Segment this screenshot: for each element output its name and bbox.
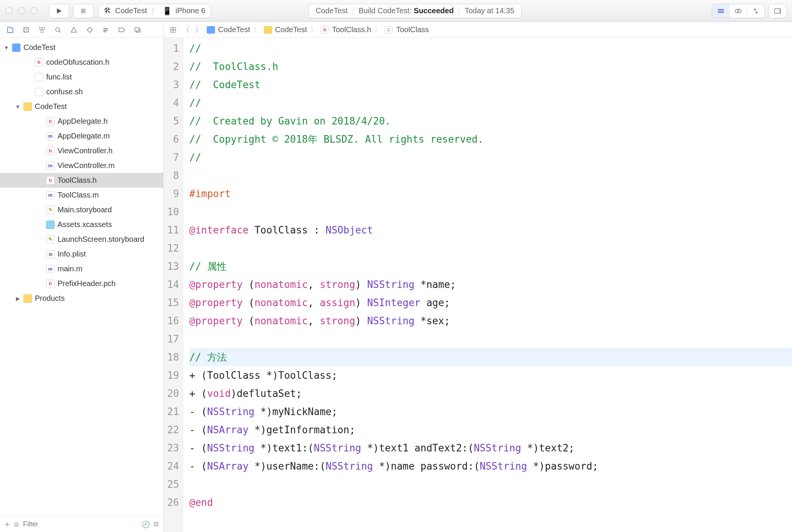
code-editor[interactable]: 1234567891011121314151617181920212223242… [164, 38, 792, 532]
project-navigator-tab[interactable] [6, 26, 14, 34]
tree-row[interactable]: mViewController.m [0, 158, 163, 173]
scheme-target-label: CodeTest [115, 6, 147, 15]
assets-icon [46, 221, 55, 229]
close-window-button[interactable] [5, 7, 12, 14]
tree-row[interactable]: ▶Products [0, 291, 163, 306]
filter-input[interactable] [23, 520, 138, 528]
code-line[interactable]: @property (nonatomic, strong) NSString *… [189, 312, 792, 330]
back-button[interactable]: 〈 [181, 25, 191, 35]
find-navigator-tab[interactable] [54, 26, 62, 34]
zoom-window-button[interactable] [30, 7, 37, 14]
tree-row[interactable]: ≣Info.plist [0, 247, 163, 261]
scm-filter-icon[interactable]: ⧉ [154, 520, 159, 528]
tree-row[interactable]: hPrefixHeader.pch [0, 276, 163, 291]
code-line[interactable]: @end [189, 493, 792, 512]
tree-item-label: ToolClass.m [58, 191, 99, 199]
breakpoint-navigator-tab[interactable] [117, 26, 126, 34]
code-line[interactable]: - (NSArray *)getInformation; [189, 421, 792, 439]
tree-row[interactable]: func.list [0, 70, 163, 84]
disclosure-triangle-icon[interactable]: ▼ [15, 104, 20, 110]
breadcrumb-segment[interactable]: CodeTest [218, 25, 250, 34]
disclosure-triangle-icon[interactable]: ▼ [4, 45, 9, 51]
code-line[interactable] [189, 203, 792, 221]
code-line[interactable]: - (NSString *)text1:(NSString *)text1 an… [189, 439, 792, 457]
tree-row[interactable]: Assets.xcassets [0, 217, 163, 232]
class-icon: C [385, 26, 393, 34]
code-line[interactable] [189, 239, 792, 257]
code-line[interactable] [189, 475, 792, 493]
toggle-right-panel-button[interactable] [769, 4, 786, 18]
code-line[interactable]: - (NSString *)myNickName; [189, 403, 792, 421]
chevron-right-icon: 〉 [374, 25, 382, 35]
disclosure-triangle-icon[interactable]: ▶ [15, 296, 20, 302]
h-icon: h [46, 147, 55, 155]
device-icon: 📱 [162, 6, 172, 16]
code-line[interactable]: // 属性 [189, 257, 792, 275]
code-line[interactable]: @property (nonatomic, assign) NSInteger … [189, 294, 792, 312]
add-button[interactable]: + [5, 519, 10, 530]
code-line[interactable]: // Created by Gavin on 2018/4/20. [189, 112, 792, 130]
line-gutter: 1234567891011121314151617181920212223242… [164, 38, 183, 532]
svg-rect-11 [42, 27, 45, 30]
svg-rect-22 [173, 30, 176, 33]
tree-item-label: Assets.xcassets [58, 220, 112, 229]
tree-row[interactable]: mmain.m [0, 261, 163, 276]
tree-row[interactable]: confuse.sh [0, 84, 163, 99]
version-editor-button[interactable] [747, 4, 764, 18]
source-control-navigator-tab[interactable] [22, 26, 30, 34]
breadcrumb-segment[interactable]: ToolClass [396, 25, 429, 34]
code-line[interactable] [189, 166, 792, 185]
tree-root[interactable]: ▼ CodeTest [0, 40, 163, 55]
project-tree[interactable]: ▼ CodeTest hcodeObfuscation.hfunc.listco… [0, 38, 163, 516]
code-line[interactable]: // 方法 [189, 348, 792, 366]
issue-navigator-tab[interactable] [70, 26, 78, 34]
svg-rect-16 [103, 30, 108, 31]
tree-row[interactable]: hToolClass.h [0, 173, 163, 188]
breadcrumb-segment[interactable]: CodeTest [275, 25, 307, 34]
code-line[interactable]: @property (nonatomic, strong) NSString *… [189, 275, 792, 294]
tree-row[interactable]: mToolClass.m [0, 188, 163, 202]
code-line[interactable]: // ToolClass.h [189, 58, 792, 76]
tree-row[interactable]: ✎Main.storyboard [0, 202, 163, 217]
tree-item-label: CodeTest [35, 102, 67, 111]
breadcrumb[interactable]: CodeTest〉CodeTest〉hToolClass.h〉CToolClas… [207, 25, 429, 35]
code-line[interactable]: // [189, 39, 792, 58]
run-button[interactable] [49, 4, 69, 18]
standard-editor-button[interactable] [712, 4, 730, 18]
forward-button[interactable]: 〉 [194, 25, 204, 35]
code-line[interactable] [189, 330, 792, 348]
assistant-editor-button[interactable] [730, 4, 747, 18]
test-navigator-tab[interactable] [86, 26, 94, 34]
breadcrumb-segment[interactable]: ToolClass.h [332, 25, 371, 34]
code-line[interactable]: // [189, 148, 792, 166]
related-items-button[interactable] [168, 25, 178, 35]
chevron-right-icon: 〉 [151, 6, 159, 16]
svg-rect-15 [103, 28, 108, 29]
tree-row[interactable]: hcodeObfuscation.h [0, 55, 163, 70]
code-line[interactable]: // CodeTest [189, 76, 792, 94]
symbol-navigator-tab[interactable] [38, 26, 46, 34]
code-line[interactable]: + (void)deflutaSet; [189, 384, 792, 403]
code-line[interactable]: // [189, 94, 792, 112]
svg-rect-12 [41, 30, 43, 33]
tree-row[interactable]: mAppDelegate.m [0, 129, 163, 143]
tree-row[interactable]: ✎LaunchScreen.storyboard [0, 232, 163, 247]
clock-filter-icon[interactable]: 🕘 [142, 520, 150, 529]
code-line[interactable]: #import [189, 185, 792, 203]
code-line[interactable]: @interface ToolClass : NSObject [189, 221, 792, 239]
code-line[interactable]: + (ToolClass *)ToolClass; [189, 366, 792, 384]
main-area: ▼ CodeTest hcodeObfuscation.hfunc.listco… [0, 22, 792, 532]
navigator-tabs [0, 22, 163, 38]
scheme-selector[interactable]: 🛠 CodeTest 〉 📱 iPhone 6 [98, 4, 211, 18]
stop-button[interactable] [73, 4, 94, 18]
tree-row[interactable]: hViewController.h [0, 143, 163, 158]
code-line[interactable]: - (NSArray *)userName:(NSString *)name p… [189, 457, 792, 475]
debug-navigator-tab[interactable] [101, 26, 110, 34]
minimize-window-button[interactable] [18, 7, 25, 14]
code-content[interactable]: //// ToolClass.h// CodeTest//// Created … [183, 38, 792, 532]
code-line[interactable]: // Copyright © 2018年 BLSDZ. All rights r… [189, 130, 792, 148]
tree-row[interactable]: ▼CodeTest [0, 99, 163, 114]
chevron-right-icon: 〉 [253, 25, 261, 35]
report-navigator-tab[interactable] [133, 26, 142, 34]
tree-row[interactable]: hAppDelegate.h [0, 114, 163, 129]
